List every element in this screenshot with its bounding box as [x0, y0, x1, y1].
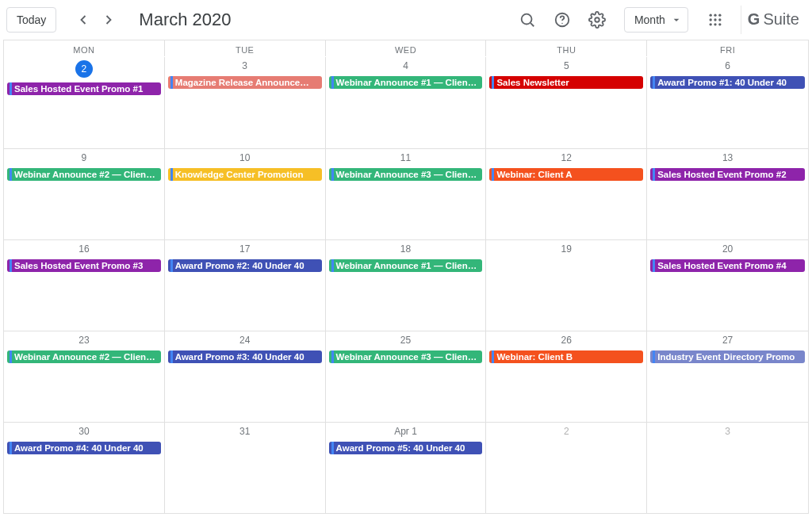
event-accent-stripe — [331, 350, 334, 363]
event-title: Award Promo #2: 40 Under 40 — [175, 261, 304, 270]
day-cell[interactable]: 20Sales Hosted Event Promo #4 — [647, 240, 808, 331]
day-number[interactable]: 3 — [649, 424, 806, 442]
prev-month-button[interactable] — [71, 7, 96, 33]
day-number[interactable]: 6 — [649, 59, 806, 76]
day-cell[interactable]: 16Sales Hosted Event Promo #3 — [4, 240, 165, 331]
calendar-event[interactable]: Webinar: Client A — [489, 168, 643, 181]
calendar-event[interactable]: Magazine Release Announcement — [168, 76, 322, 89]
day-number[interactable]: 4 — [327, 59, 485, 76]
svg-point-0 — [522, 13, 532, 24]
calendar-event[interactable]: Award Promo #1: 40 Under 40 — [650, 76, 805, 89]
day-cell[interactable]: 25Webinar Announce #3 — Client B — [326, 331, 487, 422]
calendar-event[interactable]: Sales Newsletter — [489, 76, 643, 89]
day-number[interactable]: 30 — [6, 424, 163, 442]
day-cell[interactable]: Apr 1Award Promo #5: 40 Under 40 — [326, 423, 487, 513]
view-selector-label: Month — [634, 13, 665, 26]
calendar-event[interactable]: Award Promo #2: 40 Under 40 — [168, 259, 322, 272]
day-number[interactable]: 2 — [488, 424, 645, 442]
day-number[interactable]: 31 — [167, 424, 324, 442]
day-number[interactable]: 18 — [327, 242, 485, 259]
calendar-event[interactable]: Webinar Announce #3 — Client A — [329, 168, 483, 181]
day-number[interactable]: 24 — [167, 333, 324, 350]
day-number[interactable]: 12 — [488, 151, 645, 168]
day-cell[interactable]: 3 — [647, 423, 808, 513]
event-accent-stripe — [492, 76, 494, 89]
svg-point-11 — [709, 23, 711, 25]
day-cell[interactable]: 2Sales Hosted Event Promo #1 — [4, 57, 165, 148]
next-month-button[interactable] — [96, 7, 121, 33]
week-row: 30Award Promo #4: 40 Under 4031Apr 1Awar… — [4, 422, 808, 513]
day-number[interactable]: 9 — [6, 151, 163, 168]
weekday-header: MON — [4, 40, 165, 56]
settings-button[interactable] — [581, 4, 613, 36]
day-cell[interactable]: 6Award Promo #1: 40 Under 40 — [647, 57, 808, 148]
day-cell[interactable]: 9Webinar Announce #2 — Client A — [4, 149, 165, 239]
calendar-event[interactable]: Webinar Announce #1 — Client A — [329, 76, 483, 89]
calendar-event[interactable]: Webinar Announce #3 — Client B — [329, 350, 483, 363]
calendar-event[interactable]: Webinar: Client B — [489, 350, 643, 363]
day-cell[interactable]: 26Webinar: Client B — [486, 331, 647, 422]
day-cell[interactable]: 23Webinar Announce #2 — Client B — [4, 331, 165, 422]
calendar-event[interactable]: Sales Hosted Event Promo #3 — [7, 259, 161, 272]
day-cell[interactable]: 17Award Promo #2: 40 Under 40 — [165, 240, 326, 331]
event-title: Webinar: Client A — [496, 170, 572, 179]
day-cell[interactable]: 18Webinar Announce #1 — Client B — [326, 240, 487, 331]
day-cell[interactable]: 27Industry Event Directory Promo — [647, 331, 808, 422]
day-cell[interactable]: 12Webinar: Client A — [486, 149, 647, 239]
day-number[interactable]: 2 — [6, 59, 163, 82]
event-accent-stripe — [170, 350, 173, 363]
search-button[interactable] — [511, 4, 543, 36]
day-cell[interactable]: 13Sales Hosted Event Promo #2 — [647, 149, 808, 239]
apps-button[interactable] — [699, 4, 731, 36]
calendar-event[interactable]: Award Promo #5: 40 Under 40 — [329, 442, 483, 454]
calendar-event[interactable]: Sales Hosted Event Promo #4 — [650, 259, 805, 272]
day-number[interactable]: 10 — [167, 151, 324, 168]
day-cell[interactable]: 30Award Promo #4: 40 Under 40 — [4, 423, 165, 513]
day-number[interactable]: Apr 1 — [327, 424, 485, 442]
help-button[interactable] — [546, 4, 578, 36]
day-cell[interactable]: 24Award Promo #3: 40 Under 40 — [165, 331, 326, 422]
event-accent-stripe — [10, 82, 12, 95]
calendar-event[interactable]: Industry Event Directory Promo — [650, 350, 805, 363]
svg-point-12 — [714, 23, 716, 25]
day-number[interactable]: 19 — [488, 242, 645, 259]
day-number[interactable]: 3 — [167, 59, 324, 76]
day-cell[interactable]: 2 — [486, 423, 647, 513]
day-number[interactable]: 17 — [167, 242, 324, 259]
event-title: Sales Hosted Event Promo #4 — [657, 261, 786, 270]
event-title: Award Promo #5: 40 Under 40 — [336, 443, 465, 453]
calendar-event[interactable]: Award Promo #3: 40 Under 40 — [168, 350, 322, 363]
calendar-event[interactable]: Knowledge Center Promotion — [168, 168, 322, 181]
calendar-event[interactable]: Webinar Announce #1 — Client B — [329, 259, 483, 272]
day-number[interactable]: 25 — [327, 333, 485, 350]
day-cell[interactable]: 4Webinar Announce #1 — Client A — [326, 57, 487, 148]
gsuite-suite: Suite — [763, 10, 799, 29]
event-accent-stripe — [653, 168, 655, 181]
day-number[interactable]: 20 — [649, 242, 806, 259]
view-selector[interactable]: Month — [624, 7, 688, 33]
day-number[interactable]: 5 — [488, 59, 645, 76]
calendar-event[interactable]: Sales Hosted Event Promo #1 — [7, 82, 161, 95]
calendar-event[interactable]: Webinar Announce #2 — Client B — [7, 350, 161, 363]
day-number[interactable]: 13 — [649, 151, 806, 168]
day-cell[interactable]: 19 — [486, 240, 647, 331]
event-title: Webinar Announce #1 — Client A — [336, 78, 480, 87]
day-cell[interactable]: 10Knowledge Center Promotion — [165, 149, 326, 239]
day-cell[interactable]: 3Magazine Release Announcement — [165, 57, 326, 148]
calendar-event[interactable]: Webinar Announce #2 — Client A — [7, 168, 161, 181]
svg-point-10 — [718, 18, 721, 21]
calendar-event[interactable]: Sales Hosted Event Promo #2 — [650, 168, 805, 181]
svg-line-1 — [530, 23, 534, 26]
day-number[interactable]: 16 — [6, 242, 163, 259]
day-number[interactable]: 23 — [6, 333, 163, 350]
day-number[interactable]: 11 — [327, 151, 485, 168]
day-number[interactable]: 27 — [649, 333, 806, 350]
svg-point-8 — [709, 18, 711, 21]
event-accent-stripe — [10, 168, 12, 181]
day-cell[interactable]: 31 — [165, 423, 326, 513]
calendar-event[interactable]: Award Promo #4: 40 Under 40 — [7, 442, 161, 454]
day-cell[interactable]: 5Sales Newsletter — [486, 57, 647, 148]
day-cell[interactable]: 11Webinar Announce #3 — Client A — [326, 149, 487, 239]
day-number[interactable]: 26 — [488, 333, 645, 350]
today-button[interactable]: Today — [6, 7, 56, 33]
